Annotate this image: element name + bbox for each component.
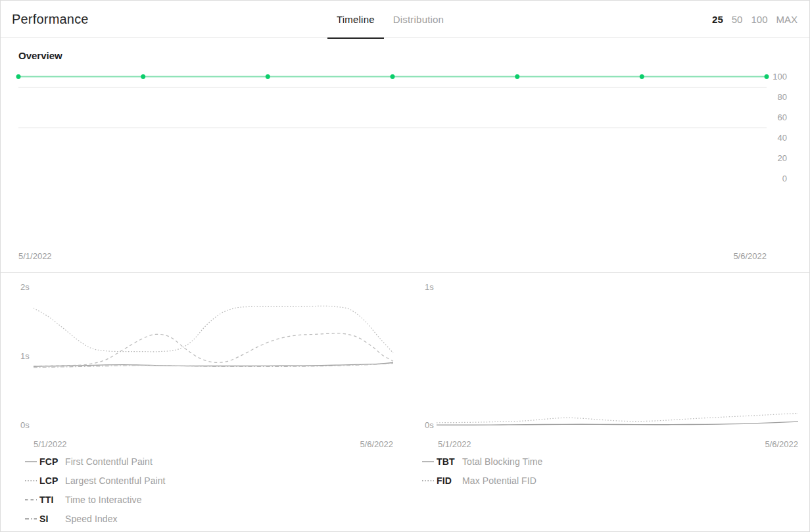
legend-line-sample-solid	[25, 458, 37, 465]
legend-item-tti: TTITime to Interactive	[1, 490, 406, 509]
paint-x-label-end: 5/6/2022	[360, 439, 393, 449]
metric-line-tti	[34, 333, 393, 366]
legend-metric-name: Largest Contentful Paint	[65, 475, 166, 486]
legend-line-sample-dashed	[25, 496, 37, 503]
header: Performance Timeline Distribution 25 50 …	[1, 1, 809, 38]
range-option-100[interactable]: 100	[751, 14, 767, 25]
score-point-marker	[266, 74, 270, 79]
y-tick-label: 0s	[425, 420, 434, 430]
metric-line-lcp	[34, 306, 393, 353]
range-option-max[interactable]: MAX	[776, 14, 798, 25]
score-point-marker	[515, 74, 519, 79]
legend-line-sample-dashdot	[25, 516, 37, 522]
y-tick-label: 2s	[20, 282, 30, 292]
page-title: Performance	[12, 12, 89, 27]
legend-metric-abbrev: TTI	[39, 495, 65, 505]
interactivity-x-label-start: 5/1/2022	[438, 439, 471, 449]
y-tick-label: 0s	[20, 420, 30, 430]
legend-metric-abbrev: LCP	[39, 475, 65, 486]
interactivity-metrics-chart	[406, 273, 810, 450]
score-point-marker	[391, 74, 395, 79]
legend-line-sample-dotted	[25, 477, 37, 484]
legend-item-lcp: LCPLargest Contentful Paint	[1, 471, 406, 490]
legend-metric-abbrev: TBT	[437, 456, 462, 467]
legend-item-si: SISpeed Index	[1, 509, 406, 528]
paint-metrics-chart	[1, 273, 406, 450]
y-tick-label: 100	[758, 72, 787, 82]
tab-timeline[interactable]: Timeline	[327, 1, 384, 38]
interactivity-x-label-end: 5/6/2022	[765, 439, 798, 449]
score-point-marker	[141, 74, 145, 79]
range-option-50[interactable]: 50	[732, 14, 743, 25]
legend-metric-abbrev: FID	[437, 475, 462, 486]
performance-dashboard: Performance Timeline Distribution 25 50 …	[0, 0, 810, 532]
build-count-selector: 25 50 100 MAX	[712, 14, 798, 25]
legend-metric-abbrev: SI	[39, 514, 65, 524]
legend-metric-name: Speed Index	[65, 514, 118, 524]
legend-metric-name: Time to Interactive	[65, 495, 142, 505]
legend-metric-name: Total Blocking Time	[462, 456, 543, 467]
legend-metric-abbrev: FCP	[39, 456, 65, 467]
y-tick-label: 0	[758, 174, 787, 183]
overview-x-label-start: 5/1/2022	[18, 251, 52, 261]
legend-metric-name: Max Potential FID	[462, 475, 536, 486]
metric-line-tbt	[437, 422, 798, 425]
y-tick-label: 1s	[425, 282, 434, 292]
score-point-marker	[16, 74, 21, 79]
range-option-25[interactable]: 25	[712, 14, 723, 25]
paint-metrics-chart-card: 2s1s0s 5/1/2022 5/6/2022 FCPFirst Conten…	[1, 273, 406, 532]
legend-line-sample-dotted	[422, 477, 434, 484]
y-tick-label: 60	[758, 112, 787, 122]
paint-x-label-start: 5/1/2022	[34, 439, 67, 449]
paint-metrics-legend: FCPFirst Contentful PaintLCPLargest Cont…	[1, 452, 406, 528]
metric-line-fid	[437, 414, 798, 423]
legend-item-fid: FIDMax Potential FID	[406, 471, 810, 490]
legend-item-fcp: FCPFirst Contentful Paint	[1, 452, 406, 471]
tab-bar: Timeline Distribution	[327, 1, 453, 38]
legend-line-sample-solid	[422, 458, 434, 465]
overview-x-label-end: 5/6/2022	[733, 251, 767, 261]
overview-section: Overview 100806040200 5/1/2022 5/6/2022	[1, 38, 810, 272]
interactivity-metrics-chart-card: 1s0s 5/1/2022 5/6/2022 TBTTotal Blocking…	[406, 273, 810, 532]
legend-metric-name: First Contentful Paint	[65, 456, 153, 467]
metric-charts-section: 2s1s0s 5/1/2022 5/6/2022 FCPFirst Conten…	[1, 272, 810, 532]
tab-distribution[interactable]: Distribution	[384, 1, 453, 38]
legend-item-tbt: TBTTotal Blocking Time	[406, 452, 810, 471]
y-tick-label: 1s	[20, 351, 30, 361]
overview-score-chart	[1, 38, 810, 235]
y-tick-label: 20	[758, 153, 787, 163]
score-point-marker	[640, 74, 644, 79]
y-tick-label: 80	[758, 92, 787, 102]
y-tick-label: 40	[758, 133, 787, 143]
interactivity-metrics-legend: TBTTotal Blocking TimeFIDMax Potential F…	[406, 452, 810, 490]
